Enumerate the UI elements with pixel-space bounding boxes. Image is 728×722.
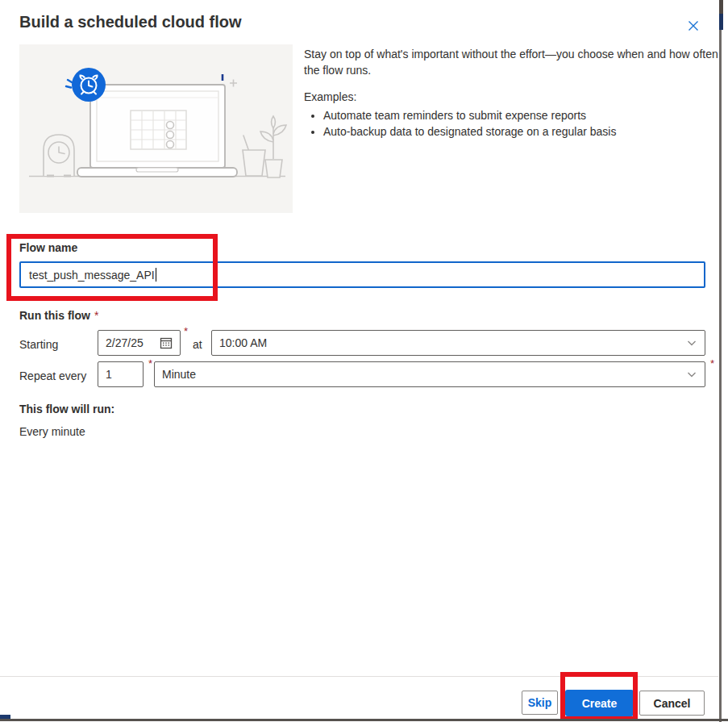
- start-date-value: 2/27/25: [106, 336, 160, 349]
- starting-label: Starting: [19, 338, 58, 351]
- required-asterisk: *: [94, 309, 98, 322]
- start-time-dropdown[interactable]: 10:00 AM: [211, 330, 705, 356]
- start-time-value: 10:00 AM: [219, 336, 686, 349]
- chevron-down-icon: [686, 369, 697, 380]
- start-date-picker[interactable]: 2/27/25: [98, 330, 181, 356]
- right-edge-artifact: [719, 0, 722, 722]
- bottom-edge-artifact: [0, 719, 728, 721]
- close-icon[interactable]: [684, 16, 703, 35]
- page-title: Build a scheduled cloud flow: [19, 13, 242, 31]
- examples-list: Automate team reminders to submit expens…: [309, 107, 718, 140]
- footer-divider: [0, 676, 718, 677]
- examples-label: Examples:: [304, 89, 718, 105]
- flow-name-value: test_push_message_API: [29, 269, 155, 282]
- example-item: Auto-backup data to designated storage o…: [323, 123, 718, 140]
- interval-input[interactable]: 1: [98, 361, 144, 387]
- create-button[interactable]: Create: [565, 690, 634, 716]
- skip-button[interactable]: Skip: [522, 691, 558, 715]
- example-item: Automate team reminders to submit expens…: [323, 107, 718, 123]
- right-edge-top-artifact: [719, 0, 723, 14]
- frequency-value: Minute: [162, 368, 686, 381]
- text-cursor: [156, 268, 156, 282]
- required-asterisk: *: [148, 357, 152, 369]
- calendar-icon: [160, 336, 173, 349]
- run-this-flow-label: Run this flow*: [19, 309, 98, 322]
- schedule-illustration: [19, 44, 293, 213]
- intro-section: Stay on top of what's important without …: [304, 46, 718, 140]
- cancel-button[interactable]: Cancel: [639, 691, 705, 716]
- chevron-down-icon: [686, 337, 697, 348]
- frequency-dropdown[interactable]: Minute: [154, 361, 705, 387]
- interval-value: 1: [106, 368, 135, 381]
- at-label: at: [193, 338, 202, 351]
- flow-will-run-value: Every minute: [19, 425, 85, 438]
- flow-name-label: Flow name: [19, 241, 77, 254]
- required-asterisk: *: [710, 357, 714, 369]
- alarm-clock-icon: [72, 68, 106, 102]
- required-asterisk: *: [184, 325, 188, 337]
- flow-will-run-label: This flow will run:: [19, 403, 114, 415]
- intro-description: Stay on top of what's important without …: [304, 46, 718, 78]
- illustration-graphic: [19, 44, 293, 213]
- repeat-every-label: Repeat every: [19, 369, 86, 382]
- scheduled-flow-dialog: Build a scheduled cloud flow: [0, 0, 728, 722]
- right-edge-navy-artifact: [719, 14, 723, 30]
- close-x-glyph: [687, 19, 700, 32]
- flow-name-input[interactable]: test_push_message_API: [19, 261, 705, 288]
